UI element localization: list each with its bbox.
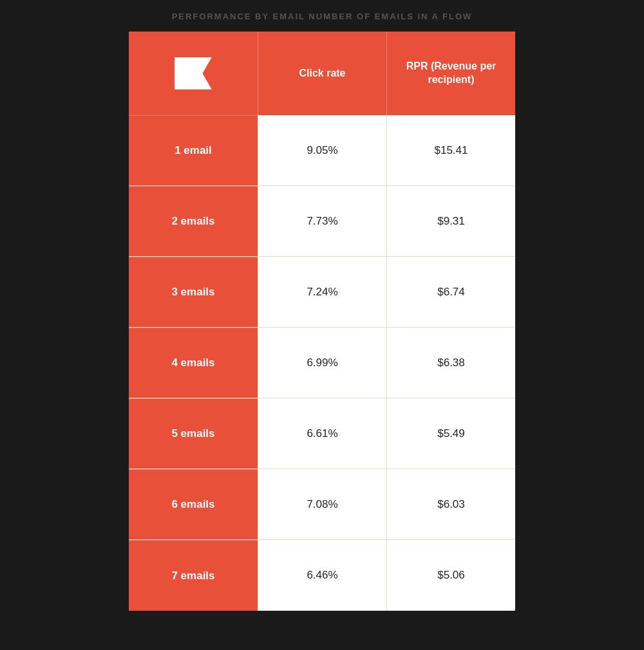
- row-click-rate: 6.61%: [258, 398, 386, 469]
- row-rpr: $9.31: [386, 186, 515, 256]
- table-row: 3 emails 7.24% $6.74: [129, 257, 515, 328]
- klaviyo-logo-icon: [174, 57, 213, 89]
- row-rpr: $5.49: [386, 398, 515, 469]
- logo-cell: [129, 32, 258, 115]
- row-label: 1 email: [129, 115, 258, 185]
- table-row: 7 emails 6.46% $5.06: [129, 540, 515, 611]
- table-header: Click rate RPR (Revenue per recipient): [129, 32, 515, 115]
- row-label: 4 emails: [129, 328, 258, 398]
- row-rpr: $6.03: [386, 469, 515, 539]
- row-rpr: $15.41: [386, 115, 515, 185]
- row-rpr: $6.38: [386, 328, 515, 398]
- data-table: Click rate RPR (Revenue per recipient) 1…: [129, 32, 515, 611]
- page-title: Performance by email number of emails in…: [129, 0, 515, 32]
- row-rpr: $5.06: [386, 540, 515, 611]
- table-row: 4 emails 6.99% $6.38: [129, 328, 515, 398]
- table-row: 2 emails 7.73% $9.31: [129, 186, 515, 257]
- row-click-rate: 9.05%: [258, 115, 386, 185]
- row-click-rate: 7.08%: [258, 469, 386, 539]
- row-label: 3 emails: [129, 257, 258, 327]
- row-click-rate: 7.73%: [258, 186, 386, 256]
- row-click-rate: 6.99%: [258, 328, 386, 398]
- header-rpr: RPR (Revenue per recipient): [386, 32, 515, 115]
- svg-marker-0: [175, 57, 212, 89]
- row-label: 7 emails: [129, 540, 258, 611]
- table-body: 1 email 9.05% $15.41 2 emails 7.73% $9.3…: [129, 115, 515, 611]
- row-label: 6 emails: [129, 469, 258, 539]
- row-click-rate: 7.24%: [258, 257, 386, 327]
- row-click-rate: 6.46%: [258, 540, 386, 611]
- header-click-rate: Click rate: [258, 32, 386, 115]
- row-label: 5 emails: [129, 398, 258, 469]
- table-row: 6 emails 7.08% $6.03: [129, 469, 515, 540]
- table-row: 5 emails 6.61% $5.49: [129, 398, 515, 469]
- row-label: 2 emails: [129, 186, 258, 256]
- table-row: 1 email 9.05% $15.41: [129, 115, 515, 186]
- row-rpr: $6.74: [386, 257, 515, 327]
